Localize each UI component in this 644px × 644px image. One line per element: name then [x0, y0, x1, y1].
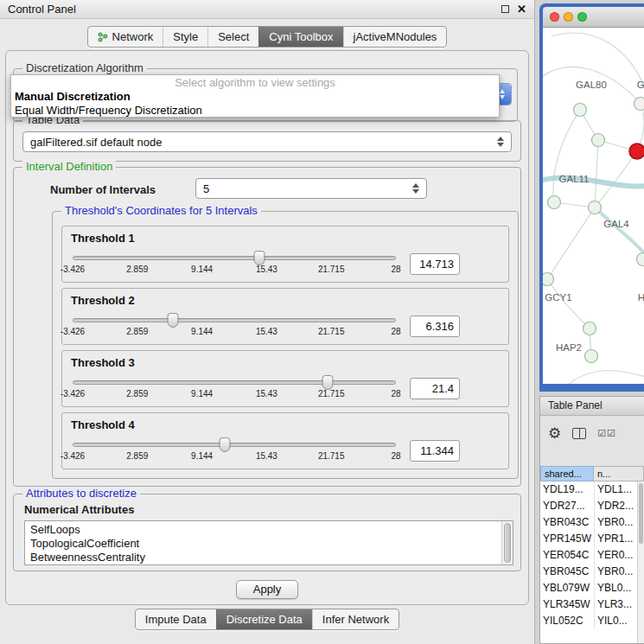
table-row[interactable]: YBR043C YBR0...	[540, 514, 644, 531]
node-label: GA	[637, 80, 644, 90]
list-item[interactable]: BetweennessCentrality	[30, 551, 513, 564]
threshold-1-label: Threshold 1	[71, 232, 500, 245]
table-scrollbar[interactable]	[637, 481, 644, 643]
threshold-3-value-field[interactable]	[410, 378, 460, 399]
table-row[interactable]: YDL19... YDL1...	[540, 481, 644, 498]
network-node[interactable]	[637, 253, 644, 266]
number-of-intervals-stepper-icon[interactable]	[409, 183, 423, 194]
slider-track[interactable]	[73, 380, 396, 385]
network-canvas[interactable]: GAL80 GA GAL11 GAL4 GCY1 H HAP2	[543, 28, 644, 384]
number-of-intervals-combobox[interactable]: 5	[195, 178, 427, 199]
cell[interactable]: YDL19...	[540, 481, 594, 498]
threshold-4-slider[interactable]: -3.426 2.859 9.144 15.43 21.715 28	[73, 437, 396, 463]
column-header-shared-name[interactable]: shared...	[540, 466, 594, 481]
tick-label: 2.859	[126, 389, 148, 399]
tab-impute-data[interactable]: Impute Data	[136, 609, 216, 629]
slider-track[interactable]	[73, 318, 396, 322]
threshold-1-slider[interactable]: -3.426 2.859 9.144 15.43 21.715 28	[73, 251, 396, 277]
slider-thumb[interactable]	[219, 437, 230, 452]
threshold-2-slider[interactable]: -3.426 2.859 9.144 15.43 21.715 28	[73, 313, 396, 339]
network-node[interactable]	[543, 273, 554, 286]
tab-infer-network[interactable]: Infer Network	[312, 609, 399, 629]
table-row[interactable]: YPR145W YPR1...	[540, 531, 644, 547]
threshold-4-value-field[interactable]	[410, 440, 460, 462]
list-item[interactable]: SelfLoops	[30, 523, 513, 537]
table-row[interactable]: YBL079W YBL0...	[540, 580, 644, 596]
apply-button[interactable]: Apply	[236, 580, 298, 599]
cell[interactable]: YBR043C	[540, 514, 594, 531]
table-row[interactable]: YLR345W YLR3...	[540, 596, 644, 613]
tick-label: 15.43	[256, 265, 277, 274]
table-row[interactable]: YER054C YER0...	[540, 547, 644, 564]
tab-cyni-toolbox-label: Cyni Toolbox	[269, 30, 333, 43]
list-item[interactable]: TopologicalCoefficient	[30, 537, 513, 551]
network-node[interactable]	[583, 322, 596, 335]
threshold-4-box: Threshold 4 -3.426 2.859 9.144 15.43 21.…	[61, 412, 509, 469]
network-graph: GAL80 GA GAL11 GAL4 GCY1 H HAP2	[543, 28, 644, 384]
network-node[interactable]	[574, 104, 587, 117]
columns-icon[interactable]	[572, 428, 586, 439]
column-header-name[interactable]: n...	[594, 466, 644, 481]
dropdown-option-manual-discretization[interactable]: Manual Discretization	[11, 90, 499, 104]
scrollbar-thumb[interactable]	[504, 523, 511, 563]
slider-thumb[interactable]	[322, 375, 334, 390]
tab-infer-network-label: Infer Network	[322, 613, 389, 626]
tab-style[interactable]: Style	[163, 27, 207, 47]
tab-network[interactable]: Network	[88, 27, 163, 47]
network-node[interactable]	[589, 201, 602, 214]
cell[interactable]: YDR27...	[540, 498, 594, 514]
cell[interactable]: YIL052C	[540, 613, 594, 629]
table-toolbar: ⚙ ☑☑	[540, 421, 644, 445]
table-header-row: shared... n...	[540, 466, 644, 481]
tick-label: 2.859	[126, 451, 148, 461]
threshold-1-value-field[interactable]	[410, 253, 460, 275]
close-icon[interactable]: ✕	[517, 3, 526, 15]
slider-thumb[interactable]	[253, 251, 265, 265]
node-label: GAL11	[559, 174, 590, 184]
cell[interactable]: YER054C	[540, 547, 594, 564]
tab-select[interactable]: Select	[207, 27, 258, 47]
slider-track[interactable]	[73, 256, 396, 260]
network-node[interactable]	[548, 196, 561, 209]
tab-jactivemnodules[interactable]: jActiveMNodules	[343, 27, 447, 47]
cyni-toolbox-panel: Discretization Algorithm Table Data galF…	[5, 50, 529, 605]
selected-network-node[interactable]	[629, 143, 644, 159]
scrollbar-thumb[interactable]	[639, 483, 643, 544]
slider-thumb[interactable]	[167, 313, 178, 328]
tab-discretize-data[interactable]: Discretize Data	[216, 609, 312, 629]
minimize-traffic-icon[interactable]	[564, 12, 573, 22]
tick-label: 9.144	[191, 389, 213, 399]
threshold-coordinates-group: Threshold's Coordinates for 5 Intervals …	[52, 211, 519, 479]
cell[interactable]: YPR145W	[540, 531, 594, 547]
network-node[interactable]	[592, 134, 605, 147]
dropdown-option-equal-width-frequency[interactable]: Equal Width/Frequency Discretization	[11, 104, 499, 118]
float-window-icon[interactable]	[501, 5, 509, 13]
cell[interactable]: YBL079W	[540, 580, 594, 596]
select-columns-checkboxes-icon[interactable]: ☑☑	[597, 428, 616, 439]
tab-network-label: Network	[112, 30, 154, 43]
tick-label: 2.859	[126, 265, 148, 274]
network-node[interactable]	[634, 98, 644, 111]
settings-gear-icon[interactable]: ⚙	[548, 426, 561, 441]
table-panel-window: Table Panel ⚙ ☑☑ shared... n... YDL19...…	[539, 396, 644, 644]
table-row[interactable]: YIL052C YIL0...	[540, 613, 644, 629]
network-node[interactable]	[585, 350, 598, 363]
threshold-4-label: Threshold 4	[71, 418, 500, 431]
tab-discretize-data-label: Discretize Data	[226, 613, 303, 626]
window-title: Control Panel	[8, 3, 76, 16]
cell[interactable]: YBR045C	[540, 564, 594, 580]
cell[interactable]: YLR345W	[540, 596, 594, 613]
table-data-stepper-icon[interactable]	[494, 137, 507, 147]
table-row[interactable]: YBR045C YBR0...	[540, 564, 644, 580]
threshold-3-slider[interactable]: -3.426 2.859 9.144 15.43 21.715 28	[73, 375, 396, 401]
close-traffic-icon[interactable]	[550, 12, 559, 22]
threshold-3-label: Threshold 3	[71, 356, 500, 369]
attributes-list-scrollbar[interactable]	[501, 521, 513, 564]
table-row[interactable]: YDR27... YDR2...	[540, 498, 644, 514]
table-data-combobox[interactable]: galFiltered.sif default node	[22, 131, 512, 152]
highlighted-edge[interactable]	[595, 207, 644, 263]
tab-cyni-toolbox[interactable]: Cyni Toolbox	[258, 27, 342, 47]
zoom-traffic-icon[interactable]	[577, 12, 587, 22]
threshold-2-value-field[interactable]	[410, 316, 460, 337]
slider-track[interactable]	[73, 443, 396, 447]
